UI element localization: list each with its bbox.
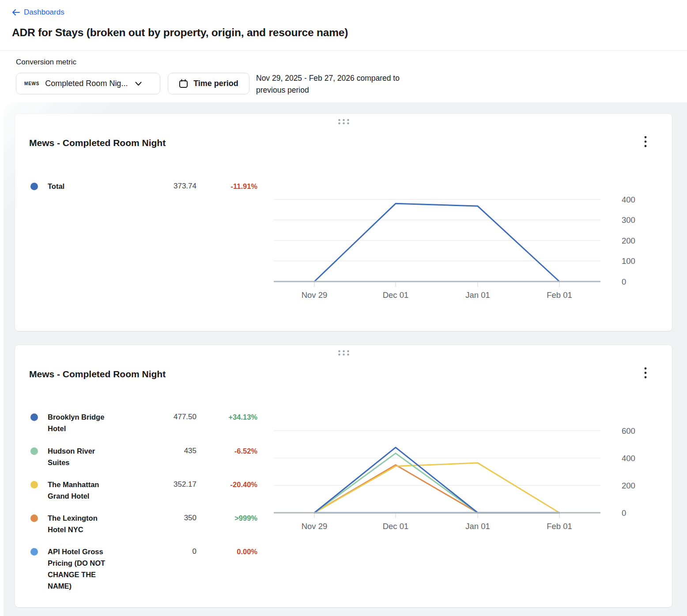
svg-text:300: 300	[622, 215, 635, 225]
svg-text:200: 200	[622, 236, 635, 245]
svg-text:100: 100	[622, 256, 635, 266]
svg-text:400: 400	[622, 454, 635, 463]
svg-text:Jan 01: Jan 01	[465, 522, 490, 531]
line-chart-total[interactable]: 0100200300400Nov 29Dec 01Jan 01Feb 01	[15, 114, 672, 331]
dashboard-canvas: Mews - Completed Room Night Total 373.74…	[4, 102, 687, 616]
back-to-dashboards-link[interactable]: Dashboards	[12, 8, 64, 17]
svg-text:Dec 01: Dec 01	[383, 290, 409, 300]
svg-text:400: 400	[622, 195, 635, 204]
back-arrow-icon	[12, 9, 20, 16]
conversion-metric-label: Conversion metric	[16, 58, 76, 67]
svg-text:Nov 29: Nov 29	[302, 522, 328, 531]
chevron-down-icon	[135, 82, 142, 86]
svg-text:Dec 01: Dec 01	[383, 522, 409, 531]
metric-dropdown[interactable]: MEWS Completed Room Nig...	[16, 73, 160, 94]
dashboard-page: Dashboards ADR for Stays (broken out by …	[0, 0, 687, 616]
calendar-icon	[179, 79, 188, 88]
svg-text:200: 200	[622, 481, 635, 490]
svg-text:0: 0	[622, 277, 626, 286]
svg-text:0: 0	[622, 508, 626, 518]
svg-text:600: 600	[622, 426, 635, 436]
svg-text:Jan 01: Jan 01	[465, 290, 490, 300]
mews-logo: MEWS	[24, 81, 39, 86]
metric-dropdown-value: Completed Room Nig...	[45, 79, 128, 88]
svg-text:Feb 01: Feb 01	[547, 290, 572, 300]
chart-card-total: Mews - Completed Room Night Total 373.74…	[15, 114, 672, 331]
date-range-text: Nov 29, 2025 - Feb 27, 2026 compared to …	[256, 72, 423, 96]
time-period-button[interactable]: Time period	[168, 73, 249, 94]
page-title: ADR for Stays (broken out by property, o…	[12, 26, 348, 39]
chart-card-by-property: Mews - Completed Room Night Brooklyn Bri…	[15, 345, 672, 607]
svg-text:Nov 29: Nov 29	[302, 290, 328, 300]
back-link-label: Dashboards	[24, 8, 64, 17]
time-period-label: Time period	[193, 79, 238, 88]
line-chart-by-property[interactable]: 0200400600Nov 29Dec 01Jan 01Feb 01	[15, 345, 672, 607]
header-divider	[0, 50, 687, 51]
svg-text:Feb 01: Feb 01	[547, 522, 572, 531]
